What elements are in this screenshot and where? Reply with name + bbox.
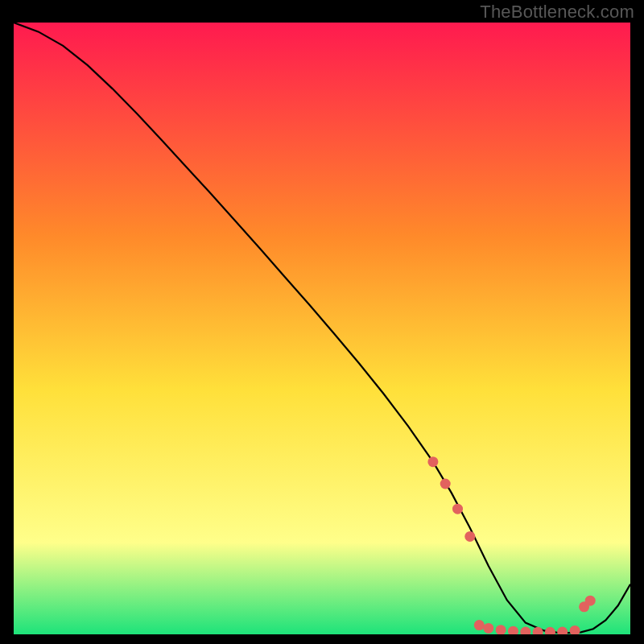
data-marker xyxy=(483,623,493,634)
plot-area xyxy=(14,23,630,634)
data-marker xyxy=(452,504,463,514)
chart-svg xyxy=(14,23,630,634)
data-marker xyxy=(427,456,438,467)
chart-frame: TheBottleneck.com xyxy=(0,0,644,644)
data-marker xyxy=(464,531,475,542)
watermark-text: TheBottleneck.com xyxy=(480,2,634,23)
data-marker xyxy=(474,620,485,630)
data-marker xyxy=(585,596,596,606)
gradient-background xyxy=(14,23,630,634)
data-marker xyxy=(440,479,451,489)
